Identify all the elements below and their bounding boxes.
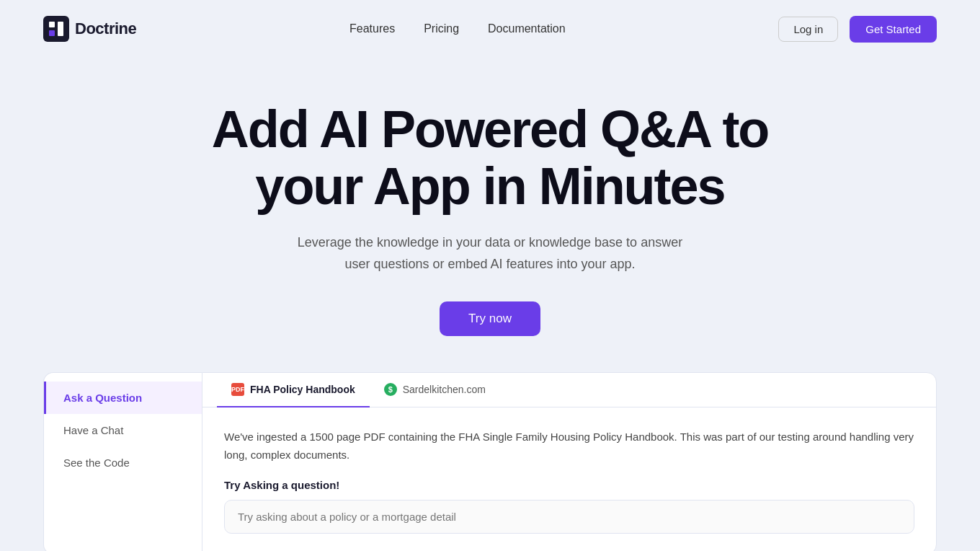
demo-content: We've ingested a 1500 page PDF containin…	[202, 407, 936, 551]
logo-icon	[43, 16, 69, 42]
demo-main-panel: PDF FHA Policy Handbook $ Sardelkitchen.…	[202, 372, 937, 551]
login-button[interactable]: Log in	[778, 17, 838, 42]
nav-features[interactable]: Features	[349, 22, 395, 35]
demo-question-input[interactable]	[224, 500, 914, 534]
demo-try-label: Try Asking a question!	[224, 479, 914, 491]
dollar-icon: $	[384, 383, 397, 396]
hero-section: Add AI Powered Q&A to your App in Minute…	[0, 58, 980, 372]
svg-rect-2	[49, 30, 55, 36]
svg-rect-0	[43, 16, 69, 42]
logo-text: Doctrine	[75, 19, 136, 38]
header-actions: Log in Get Started	[778, 16, 937, 43]
get-started-button[interactable]: Get Started	[850, 16, 937, 43]
site-header: Doctrine Features Pricing Documentation …	[0, 0, 980, 58]
svg-rect-3	[58, 22, 63, 36]
nav-documentation[interactable]: Documentation	[488, 22, 566, 35]
main-nav: Features Pricing Documentation	[349, 22, 566, 35]
hero-title: Add AI Powered Q&A to your App in Minute…	[212, 101, 769, 215]
logo[interactable]: Doctrine	[43, 16, 136, 42]
sidebar-item-see-code[interactable]: See the Code	[44, 446, 202, 479]
pdf-icon: PDF	[231, 383, 244, 396]
svg-rect-1	[49, 22, 55, 27]
tab-sardelkitchen[interactable]: $ Sardelkitchen.com	[370, 373, 500, 407]
nav-pricing[interactable]: Pricing	[424, 22, 459, 35]
try-now-button[interactable]: Try now	[440, 301, 540, 336]
sidebar-item-ask-question[interactable]: Ask a Question	[44, 382, 202, 414]
tab-fha-policy[interactable]: PDF FHA Policy Handbook	[217, 373, 370, 407]
demo-section: Ask a Question Have a Chat See the Code …	[0, 372, 980, 551]
demo-description: We've ingested a 1500 page PDF containin…	[224, 428, 914, 464]
demo-tabs: PDF FHA Policy Handbook $ Sardelkitchen.…	[202, 373, 936, 407]
demo-sidebar: Ask a Question Have a Chat See the Code	[43, 372, 202, 551]
hero-subtitle: Leverage the knowledge in your data or k…	[288, 232, 692, 275]
sidebar-item-have-chat[interactable]: Have a Chat	[44, 414, 202, 446]
